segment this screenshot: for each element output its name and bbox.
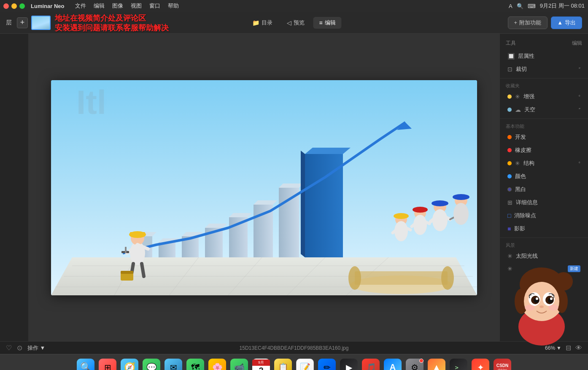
dock-appstore[interactable]: A (383, 358, 402, 370)
crop-label: 裁切 (516, 65, 575, 73)
rp-item-enhance[interactable]: ✳ 增强 ° (502, 90, 586, 103)
layer-label: 层 (6, 19, 12, 27)
rp-item-details[interactable]: ⊞ 详细信息 (502, 196, 586, 209)
right-panel: 工具 编辑 🔲 层属性 ⊡ 裁切 ″ 收藏夹 ✳ 增强 ° ☁ 天空 ″ 基本功… (499, 34, 588, 341)
zoom-control[interactable]: 66% ▼ (545, 345, 561, 351)
compare-icon[interactable]: ⊟ (566, 344, 571, 352)
svg-marker-32 (301, 151, 305, 257)
canvas-image: Itl (51, 80, 477, 295)
details-label: 详细信息 (516, 199, 580, 206)
sky-label: 天空 (524, 106, 575, 113)
preview-button[interactable]: ◁ 预览 (281, 17, 310, 29)
erase-dot (507, 148, 512, 152)
visibility-icon[interactable]: 👁 (575, 344, 582, 352)
rp-item-develop[interactable]: 开发 (502, 131, 586, 143)
new-badge: 新建 (568, 265, 580, 272)
catalog-icon: 📁 (252, 19, 259, 26)
rp-divider-3 (500, 238, 588, 238)
zoom-dropdown-icon: ▼ (556, 345, 561, 351)
traffic-light-fullscreen[interactable] (19, 3, 25, 9)
rp-item-sunrays[interactable]: ✳ 太阳光线 (502, 250, 586, 262)
menu-edit[interactable]: 编辑 (90, 1, 108, 11)
statusbar: ♡ ⊙ 操作 ▼ 15D13EC4F4DBBDEAF1DDF985BB3EA16… (0, 341, 588, 354)
preview-icon: ◁ (287, 19, 291, 26)
dock-photos[interactable]: 🌸 (208, 358, 227, 370)
dock-spark[interactable]: ✦ (471, 358, 490, 370)
toolbar-center: 📁 目录 ◁ 预览 ≡ 编辑 (246, 17, 341, 29)
dock-music[interactable]: 🎵 (361, 358, 380, 370)
toolbar-right: + 附加功能 ▲ 导出 (508, 16, 582, 29)
enhance-icon: ✳ (515, 93, 520, 100)
color-label: 颜色 (515, 173, 580, 180)
svg-point-14 (441, 266, 454, 290)
sunrays-label: 太阳光线 (516, 252, 580, 260)
rp-item-new[interactable]: ✳ 新建 (502, 263, 586, 275)
rp-item-structure[interactable]: ✳ 结构 ° (502, 157, 586, 170)
rp-item-bw[interactable]: 黑白 (502, 183, 586, 196)
svg-rect-12 (355, 271, 448, 285)
export-label: 导出 (565, 19, 576, 27)
menu-view[interactable]: 视图 (127, 1, 145, 11)
dock-safari[interactable]: 🧭 (120, 358, 139, 370)
collect-section-label: 收藏夹 (500, 81, 588, 90)
menubar-keyboard-icon: ⌨ (528, 3, 536, 9)
menu-window[interactable]: 窗口 (146, 1, 164, 11)
rp-item-denoise[interactable]: □ 消除噪点 (502, 209, 586, 222)
dock-terminal[interactable]: >_ (449, 358, 468, 370)
svg-rect-54 (413, 208, 427, 211)
crop-badge: ″ (579, 67, 580, 72)
dock-csdn[interactable]: CSDN @Mac (493, 358, 512, 370)
structure-dot (507, 161, 512, 165)
traffic-light-minimize[interactable] (11, 3, 17, 9)
menu-file[interactable]: 文件 (72, 1, 89, 11)
statusbar-right: 66% ▼ ⊟ 👁 (545, 344, 582, 352)
rp-item-crop[interactable]: ⊡ 裁切 ″ (502, 63, 586, 76)
action-menu[interactable]: 操作 ▼ (27, 344, 45, 352)
rp-item-sky[interactable]: ☁ 天空 ″ (502, 103, 586, 116)
dock-appletv[interactable]: ▶ (339, 358, 359, 370)
main-layout: Itl (0, 34, 588, 341)
dock-reminders[interactable]: 📝 (295, 358, 315, 370)
layer-thumbnail[interactable] (31, 16, 51, 30)
dock-facetime[interactable]: 📹 (229, 358, 249, 370)
dock-system[interactable]: ⚙ (405, 358, 424, 370)
add-feature-icon: + (514, 19, 518, 26)
denoise-icon: □ (507, 212, 511, 219)
catalog-button[interactable]: 📁 目录 (246, 17, 278, 29)
menu-image[interactable]: 图像 (109, 1, 127, 11)
rp-item-shadow[interactable]: ■ 影影 (502, 222, 586, 235)
dock-finder[interactable]: 🔍 (76, 358, 95, 370)
toolbar-watermark: 地址在视频简介处及评论区 安装遇到问题请联系客服帮助解决 (55, 14, 169, 33)
sunrays-icon: ✳ (507, 253, 512, 259)
dock-freeform[interactable]: ✏ (317, 358, 337, 370)
add-layer-button[interactable]: + (17, 17, 28, 28)
svg-rect-41 (125, 247, 127, 253)
sky-icon: ☁ (515, 106, 521, 113)
favorite-icon[interactable]: ♡ (6, 344, 12, 352)
svg-rect-60 (432, 202, 448, 205)
edit-button[interactable]: ≡ 编辑 (313, 17, 341, 29)
dock-notes[interactable]: 📋 (273, 358, 293, 370)
history-icon[interactable]: ⊙ (17, 344, 22, 352)
crop-icon: ⊡ (507, 66, 512, 73)
export-button[interactable]: ▲ 导出 (551, 16, 582, 29)
rp-edit-link[interactable]: 编辑 (572, 40, 582, 47)
shadow-label: 影影 (514, 225, 580, 232)
rp-item-erase[interactable]: 橡皮擦 (502, 144, 586, 157)
add-feature-button[interactable]: + 附加功能 (508, 16, 548, 29)
menu-help[interactable]: 帮助 (165, 1, 182, 11)
dock: 🔍 ⊞ 🧭 💬 ✉ 🗺 🌸 📹 9月 (0, 354, 588, 370)
canvas-watermark (51, 80, 477, 89)
rp-item-layer-props[interactable]: 🔲 层属性 (502, 50, 586, 62)
dock-luminar-neo[interactable]: ▲ (427, 358, 446, 370)
canvas-area[interactable]: Itl (29, 34, 499, 341)
dock-messages[interactable]: 💬 (142, 358, 161, 370)
svg-rect-48 (394, 214, 408, 218)
traffic-light-close[interactable] (3, 3, 9, 9)
dock-calendar[interactable]: 9月 2 (251, 358, 271, 370)
dock-maps[interactable]: 🗺 (186, 358, 205, 370)
dock-mail[interactable]: ✉ (164, 358, 183, 370)
rp-item-color[interactable]: 颜色 (502, 170, 586, 183)
dock-launchpad[interactable]: ⊞ (98, 358, 117, 370)
menubar-datetime: 9月2日 周一 08:01 (540, 2, 585, 10)
